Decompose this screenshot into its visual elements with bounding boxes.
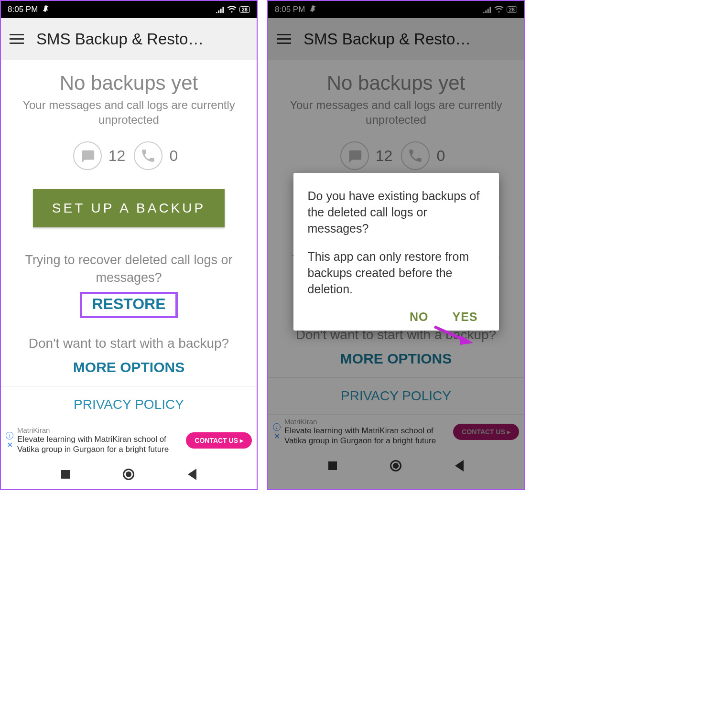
sms-count: 12 [108, 147, 126, 165]
confirm-dialog: Do you have existing backups of the dele… [293, 173, 499, 331]
no-backups-subtext: Your messages and call logs are currentl… [20, 97, 238, 127]
phone-screenshot-right: 8:05 PM 28 SMS Backup & Resto… No backup… [267, 0, 525, 490]
ad-body: Elevate learning with MatriKiran school … [17, 434, 182, 455]
phone-icon [134, 141, 162, 170]
nav-recents-icon[interactable] [61, 470, 70, 479]
privacy-policy-link[interactable]: PRIVACY POLICY [74, 397, 184, 412]
battery-indicator: 28 [239, 6, 250, 13]
ad-close-icon[interactable]: ✕ [7, 441, 13, 449]
signal-icon [216, 6, 224, 13]
phone-screenshot-left: 8:05 PM 28 SMS Backup & Resto… No backup… [0, 0, 258, 490]
more-options-button[interactable]: MORE OPTIONS [73, 359, 184, 375]
app-bar: SMS Backup & Resto… [1, 18, 257, 60]
dialog-paragraph-2: This app can only restore from backups c… [308, 249, 485, 297]
call-count: 0 [169, 147, 178, 165]
restore-highlight-annotation: RESTORE [80, 292, 177, 318]
ad-banner[interactable]: i ✕ MatriKiran Elevate learning with Mat… [1, 423, 257, 460]
counts-row: 12 0 [1, 141, 257, 170]
ad-sponsor: MatriKiran [17, 426, 182, 434]
ad-cta-button[interactable]: CONTACT US▸ [186, 432, 252, 449]
dont-want-prompt: Don't want to start with a backup? [15, 334, 242, 353]
dialog-paragraph-1: Do you have existing backups of the dele… [308, 188, 485, 236]
status-bar: 8:05 PM 28 [1, 1, 257, 18]
sms-icon [73, 141, 102, 170]
nav-home-icon[interactable] [123, 469, 134, 480]
status-time: 8:05 PM [8, 5, 38, 14]
android-nav-bar [1, 460, 257, 489]
restore-button[interactable]: RESTORE [92, 295, 165, 313]
app-title: SMS Backup & Resto… [36, 30, 248, 48]
dialog-yes-button[interactable]: YES [452, 310, 477, 324]
wifi-icon [227, 6, 237, 13]
nav-back-icon[interactable] [188, 469, 196, 480]
no-backups-heading: No backups yet [1, 72, 257, 95]
setup-backup-button[interactable]: SET UP A BACKUP [33, 189, 225, 227]
dialog-no-button[interactable]: NO [410, 310, 429, 324]
recover-prompt: Trying to recover deleted call logs or m… [4, 251, 254, 286]
ad-info-icon[interactable]: i [6, 432, 13, 439]
mute-icon [42, 4, 50, 15]
chevron-right-icon: ▸ [240, 437, 243, 444]
menu-icon[interactable] [10, 34, 24, 44]
